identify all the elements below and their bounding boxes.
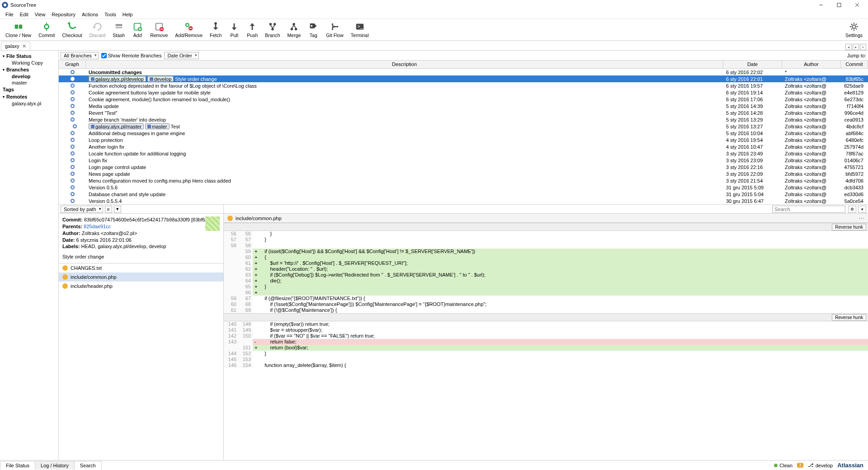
commit-row[interactable]: Revert "Test"5 sty 2016 14:28Zoltraks <z… xyxy=(59,109,868,116)
commit-row[interactable]: Login fix3 sty 2016 23:09Zoltraks <zolta… xyxy=(59,157,868,164)
commit-row[interactable]: Another login fix4 sty 2016 10:47Zoltrak… xyxy=(59,143,868,150)
toolbar-fetch-button[interactable]: Fetch xyxy=(206,20,225,39)
ref-badge[interactable]: master xyxy=(145,123,170,129)
nav-menu-button[interactable]: ≡ xyxy=(860,44,866,50)
toolbar-clone-button[interactable]: Clone / New xyxy=(2,20,35,39)
diff-line[interactable]: 5858 xyxy=(224,243,868,249)
diff-line[interactable]: 6068 if (!isset($Config['MaintenancePage… xyxy=(224,301,868,307)
toolbar-commit-button[interactable]: Commit xyxy=(35,20,58,39)
sidebar-item-remote[interactable]: galaxy.alyx.pl xyxy=(0,100,58,107)
status-branch[interactable]: ⎇develop xyxy=(808,462,833,468)
toolbar-addremove-button[interactable]: Add/Remove xyxy=(171,20,206,39)
diff-line[interactable]: 66 xyxy=(224,290,868,296)
toolbar-push-button[interactable]: Push xyxy=(243,20,261,39)
commit-row[interactable]: Login page control update3 sty 2016 22:1… xyxy=(59,164,868,170)
bottom-tab-search[interactable]: Search xyxy=(74,461,102,470)
commit-row[interactable]: Locale function update for additional lo… xyxy=(59,150,868,157)
diff-line[interactable]: 141149 $var = strtoupper($var); xyxy=(224,327,868,333)
diff-search-input[interactable] xyxy=(772,206,845,213)
col-desc[interactable]: Description xyxy=(86,61,723,68)
sidebar-item-branch-master[interactable]: master xyxy=(0,80,58,86)
nav-back-button[interactable]: ◂ xyxy=(845,44,852,50)
file-row[interactable]: include/common.php xyxy=(59,273,223,282)
file-row[interactable]: include/header.php xyxy=(59,282,223,291)
toolbar-checkout-button[interactable]: Checkout xyxy=(58,20,85,39)
diff-line[interactable]: 5967 if (@filesize("{$ROOT}MAINTENANCE.t… xyxy=(224,296,868,301)
order-dropdown[interactable]: Date Order xyxy=(164,52,198,59)
close-button[interactable] xyxy=(848,0,866,9)
sidebar-header-filestatus[interactable]: ▾File Status xyxy=(0,52,58,60)
sidebar-item-working-copy[interactable]: Working Copy xyxy=(0,60,58,66)
bottom-tab-log-history[interactable]: Log / History xyxy=(35,461,75,470)
col-author[interactable]: Author xyxy=(782,61,841,68)
maximize-button[interactable] xyxy=(830,0,848,9)
nav-fwd-button[interactable]: ▸ xyxy=(853,44,859,50)
reverse-hunk-button[interactable]: Reverse hunk xyxy=(832,224,866,230)
diff-line[interactable]: 64 die(); xyxy=(224,278,868,284)
commit-row[interactable]: Cookie agreement buttons layer update fo… xyxy=(59,89,868,96)
diff-line[interactable]: 5656 } xyxy=(224,231,868,237)
commit-row[interactable]: Database charset and style update31 gru … xyxy=(59,191,868,197)
commit-row[interactable]: Menu configuration moved to config.menu.… xyxy=(59,177,868,184)
sidebar-item-branch-develop[interactable]: develop xyxy=(0,73,58,80)
toolbar-tag-button[interactable]: Tag xyxy=(304,20,322,39)
toolbar-discard-button[interactable]: Discard xyxy=(86,20,109,39)
menu-view[interactable]: View xyxy=(32,11,48,18)
commit-row[interactable]: Additional debug messages in game engine… xyxy=(59,130,868,136)
view-list-button[interactable]: ≡ xyxy=(105,206,112,213)
diff-line[interactable]: 60 { xyxy=(224,254,868,260)
col-graph[interactable]: Graph xyxy=(59,61,86,68)
diff-line[interactable]: 142150 if ($var == "NO" || $var == "FALS… xyxy=(224,333,868,339)
diff-line[interactable]: 146154 function array_delete($array, $it… xyxy=(224,362,868,368)
toolbar-remove-button[interactable]: Remove xyxy=(146,20,171,39)
ref-badge[interactable]: galaxy.alyx.pl/develop xyxy=(89,76,146,82)
ref-badge[interactable]: develop xyxy=(147,76,174,82)
commit-row[interactable]: Version 0.5.631 gru 2015 5:09Zoltraks <z… xyxy=(59,184,868,191)
commit-row[interactable]: galaxy.alyx.pl/mastermasterTest5 sty 201… xyxy=(59,123,868,130)
diff-viewer[interactable]: Reverse hunk5656 }5757 }585859 if (isset… xyxy=(224,223,868,460)
diff-line[interactable]: 61 $url = 'http://' . $Config['Host'] . … xyxy=(224,260,868,266)
show-remote-checkbox[interactable]: Show Remote Branches xyxy=(101,53,162,58)
toolbar-add-button[interactable]: Add xyxy=(128,20,146,39)
toolbar-pull-button[interactable]: Pull xyxy=(225,20,243,39)
file-row[interactable]: CHANGES.txt xyxy=(59,263,223,273)
diff-more-button[interactable]: ▾ xyxy=(858,206,866,213)
diff-line[interactable]: 62 header("Location: " . $url); xyxy=(224,266,868,272)
commit-row[interactable]: Media update5 sty 2016 14:39Zoltraks <zo… xyxy=(59,103,868,109)
repo-tab-galaxy[interactable]: galaxy ✕ xyxy=(1,42,30,51)
commit-row[interactable]: Cookie agreement, module() function rena… xyxy=(59,96,868,103)
commit-row[interactable]: Uncommitted changes6 sty 2016 22:02* xyxy=(59,69,868,75)
menu-actions[interactable]: Actions xyxy=(79,11,101,18)
sidebar-header-branches[interactable]: ▾Branches xyxy=(0,66,58,73)
toolbar-stash-button[interactable]: Stash xyxy=(109,20,128,39)
commit-row[interactable]: Version 0.5.5.430 gru 2015 6:47Zoltraks … xyxy=(59,197,868,204)
toolbar-branch-button[interactable]: Branch xyxy=(261,20,283,39)
diff-line[interactable]: 143 return false; xyxy=(224,339,868,345)
menu-tools[interactable]: Tools xyxy=(102,11,119,18)
col-date[interactable]: Date xyxy=(723,61,782,68)
col-commit[interactable]: Commit xyxy=(841,61,868,68)
sidebar-header-tags[interactable]: Tags xyxy=(0,86,58,93)
commit-row[interactable]: galaxy.alyx.pl/developdevelopStyle order… xyxy=(59,75,868,82)
diff-line[interactable]: 65 } xyxy=(224,284,868,290)
toolbar-gitflow-button[interactable]: Git Flow xyxy=(322,20,347,39)
bottom-tab-file-status[interactable]: File Status xyxy=(0,461,35,470)
menu-file[interactable]: File xyxy=(3,11,16,18)
diff-line[interactable]: 5757 } xyxy=(224,237,868,243)
commit-row[interactable]: Function echolog depreciated in the favo… xyxy=(59,82,868,89)
minimize-button[interactable] xyxy=(812,0,830,9)
close-icon[interactable]: ✕ xyxy=(22,43,26,49)
toolbar-merge-button[interactable]: Merge xyxy=(284,20,305,39)
sidebar-header-remotes[interactable]: ▾Remotes xyxy=(0,93,58,100)
reverse-hunk-button[interactable]: Reverse hunk xyxy=(832,314,866,321)
menu-help[interactable]: Help xyxy=(120,11,136,18)
diff-line[interactable]: 144152 } xyxy=(224,351,868,357)
view-tree-button[interactable]: ▾ xyxy=(114,206,121,213)
commit-row[interactable]: News page update3 sty 2016 22:09Zoltraks… xyxy=(59,170,868,177)
file-list[interactable]: CHANGES.txtinclude/common.phpinclude/hea… xyxy=(59,263,223,460)
menu-edit[interactable]: Edit xyxy=(17,11,31,18)
diff-line[interactable]: 140148 if (empty($var)) return true; xyxy=(224,321,868,327)
parent-link[interactable]: 825dae91cc xyxy=(84,224,111,229)
commit-list[interactable]: Uncommitted changes6 sty 2016 22:02*gala… xyxy=(59,69,868,204)
diff-line[interactable]: 59 if (isset($Config['Host']) && $Config… xyxy=(224,249,868,254)
